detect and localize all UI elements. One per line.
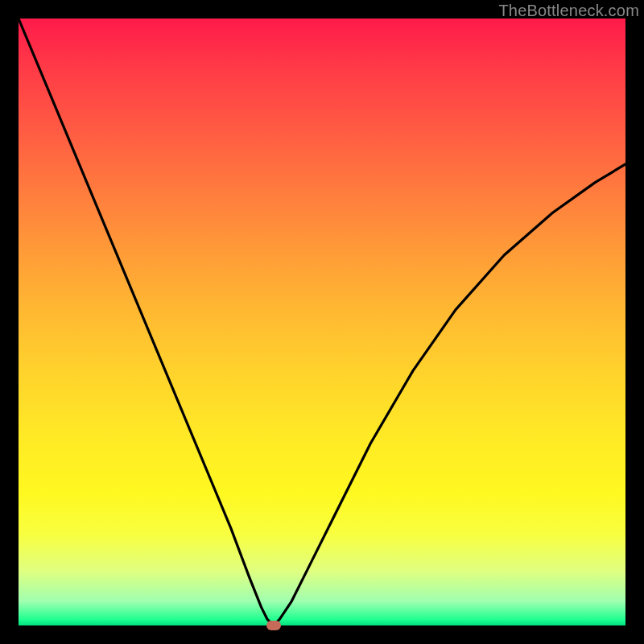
plot-area <box>19 19 625 625</box>
bottleneck-curve <box>19 19 625 625</box>
chart-frame: TheBottleneck.com <box>0 0 644 644</box>
optimum-marker <box>266 621 281 630</box>
watermark-label: TheBottleneck.com <box>498 2 639 20</box>
